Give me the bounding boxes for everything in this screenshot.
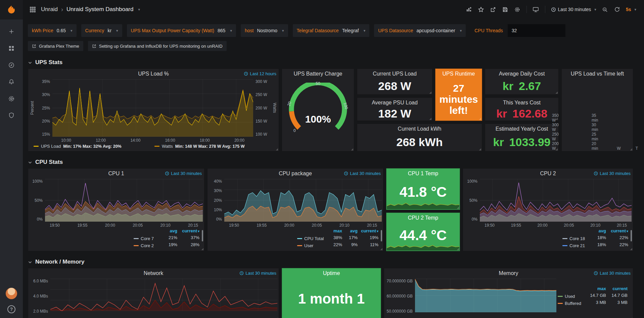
legend-item-watts[interactable]: Watts Min: 148 W Max: 278 W Avg: 175 W (154, 144, 275, 149)
legend-series[interactable]: Core 7 (134, 235, 158, 242)
row-header-cpu-stats[interactable]: CPU Stats (23, 159, 644, 166)
cpu2-temp-sparkline (387, 236, 459, 251)
legend-series[interactable]: Core 21 (562, 242, 587, 249)
panel-title[interactable]: UPS Battery Charge (282, 71, 354, 77)
panel-title[interactable]: UPS Load % (28, 71, 279, 77)
series-name: Buffered (565, 301, 581, 306)
panel-title[interactable]: Uptime (282, 270, 381, 276)
panel-timerange[interactable]: Last 30 minutes (344, 171, 381, 176)
grafana-logo[interactable] (0, 0, 23, 19)
panel-title[interactable]: Average PSU Load (357, 100, 432, 106)
stat-value: 182 W (378, 107, 411, 120)
panel-title[interactable]: CPU 2 Temp (386, 215, 460, 221)
panel-title[interactable]: Current UPS Load (357, 71, 432, 77)
legend-series[interactable]: Core 18 (562, 235, 587, 242)
breadcrumb-app[interactable]: Unraid (41, 6, 58, 13)
save-icon[interactable] (500, 4, 510, 15)
ups-load-plot[interactable] (52, 79, 253, 137)
add-panel-icon[interactable] (464, 4, 474, 15)
configuration-gear-icon[interactable] (7, 95, 15, 103)
legend-scrollbar[interactable] (381, 230, 382, 241)
cpu2-plot[interactable] (480, 179, 632, 222)
time-range-picker[interactable]: Last 30 minutes ▾ (549, 4, 598, 15)
star-icon[interactable] (476, 4, 486, 15)
variable-currency[interactable]: Currency kr ▾ (81, 24, 122, 37)
chart-svg (224, 179, 382, 222)
legend-header-max[interactable]: max (585, 286, 606, 293)
panel-cpu1-temp: CPU 1 Temp 41.8 °C (386, 168, 460, 210)
legend-header-avg[interactable]: avg (158, 228, 177, 235)
apps-grid-icon[interactable] (28, 4, 38, 15)
panel-timerange[interactable]: Last 12 hours (244, 71, 276, 76)
memory-plot[interactable] (415, 279, 556, 314)
legend-series[interactable]: Buffered (558, 300, 585, 307)
link-ups-monitoring-guide[interactable]: Setting up Grafana and InfluxDB for UPS … (88, 41, 227, 51)
cycle-view-tv-icon[interactable] (531, 4, 541, 15)
legend-header-current[interactable]: current▾ (177, 228, 199, 235)
legend-header-current[interactable]: current▾ (358, 228, 378, 235)
help-glyph: ? (10, 307, 13, 312)
legend-item-ups-load[interactable]: UPS Load Min: 17% Max: 32% Avg: 20% (34, 144, 154, 149)
create-icon[interactable] (7, 28, 15, 36)
panel-memory: Memory Last 30 minutes 70.000000 GB60.00… (384, 268, 633, 318)
axis-label: 20:15 (367, 223, 377, 228)
help-icon[interactable]: ? (7, 305, 15, 313)
axis-label: 6.0 MBs (33, 279, 48, 283)
variable-telegraf-datasource[interactable]: Telegraf Datasource Telegraf ▾ (293, 24, 370, 37)
axis-label: 30 min (592, 123, 598, 132)
chevron-down-icon[interactable]: ▾ (138, 7, 140, 12)
link-grafana-plex-theme[interactable]: Grafana Plex Theme (28, 41, 83, 51)
variable-ups-max-power[interactable]: UPS Max Output Power Capacity (Watt) 865… (127, 24, 236, 37)
explore-icon[interactable] (7, 61, 15, 69)
grafana-app: ? Unraid › Unraid System Dashboard ▾ (0, 0, 644, 318)
refresh-icon[interactable] (612, 4, 622, 15)
server-admin-shield-icon[interactable] (7, 111, 15, 120)
chevron-down-icon: ▾ (282, 29, 284, 33)
panel-title[interactable]: Estimated Yearly Cost (485, 126, 558, 132)
alerting-bell-icon[interactable] (7, 78, 15, 86)
legend-scrollbar[interactable] (202, 230, 203, 241)
user-avatar[interactable] (6, 288, 17, 299)
axis-label: 18:00 (200, 138, 210, 143)
panel-title[interactable]: UPS Load vs Time left (562, 71, 633, 77)
legend-series[interactable]: Core 2 (134, 242, 158, 249)
panel-timerange[interactable]: Last 30 minutes (594, 171, 631, 176)
row-header-ups-stats[interactable]: UPS Stats (23, 59, 644, 66)
panel-timerange[interactable]: Last 30 minutes (165, 171, 202, 176)
panel-title[interactable]: Current Load kWh (357, 126, 482, 132)
legend-series[interactable]: CPU Total (297, 235, 325, 242)
legend-header-current[interactable]: current▾ (606, 228, 628, 235)
cpu-threads-input[interactable] (508, 24, 565, 37)
variable-kwh-price[interactable]: kWh Price 0.65 ▾ (28, 24, 77, 37)
refresh-interval-dropdown[interactable]: 5s ▾ (624, 4, 638, 15)
dashboard-settings-gear-icon[interactable] (512, 4, 522, 15)
cpu-package-plot[interactable] (224, 179, 382, 222)
cpu1-plot[interactable] (45, 179, 203, 222)
legend-header-current[interactable]: current (606, 286, 628, 293)
legend-header-avg[interactable]: avg (342, 228, 358, 235)
chart-svg (52, 79, 253, 137)
legend-series[interactable]: Used (558, 293, 585, 300)
series-color-swatch (558, 296, 563, 297)
legend-header-avg[interactable]: avg (587, 228, 606, 235)
network-plot[interactable] (50, 279, 277, 314)
x-axis (415, 314, 556, 318)
axis-label: 30% (214, 188, 222, 193)
row-header-network-memory[interactable]: Network / Memory (23, 259, 644, 265)
dashboard-title[interactable]: Unraid System Dashboard (66, 6, 133, 13)
panel-title[interactable]: Average Daily Cost (485, 71, 558, 77)
legend-scrollbar[interactable] (631, 230, 632, 241)
legend-header-max[interactable]: max (325, 228, 342, 235)
dashboards-icon[interactable] (7, 44, 15, 52)
variable-ups-datasource[interactable]: UPS Datasource apcupsd-container ▾ (374, 24, 466, 37)
zoom-out-icon[interactable] (600, 4, 610, 15)
panel-title[interactable]: UPS Runtime (435, 71, 482, 77)
legend-series[interactable]: User (297, 242, 325, 249)
share-icon[interactable] (488, 4, 498, 15)
panel-title[interactable]: This Years Cost (485, 100, 558, 106)
panel-title[interactable]: CPU 1 Temp (386, 171, 460, 177)
panel-timerange[interactable]: Last 30 minutes (239, 271, 276, 276)
panel-timerange[interactable]: Last 30 minutes (594, 271, 631, 276)
panel-ups-runtime: UPS Runtime 27 minutes left! (435, 69, 482, 121)
variable-host[interactable]: host Nostromo ▾ (241, 24, 288, 37)
